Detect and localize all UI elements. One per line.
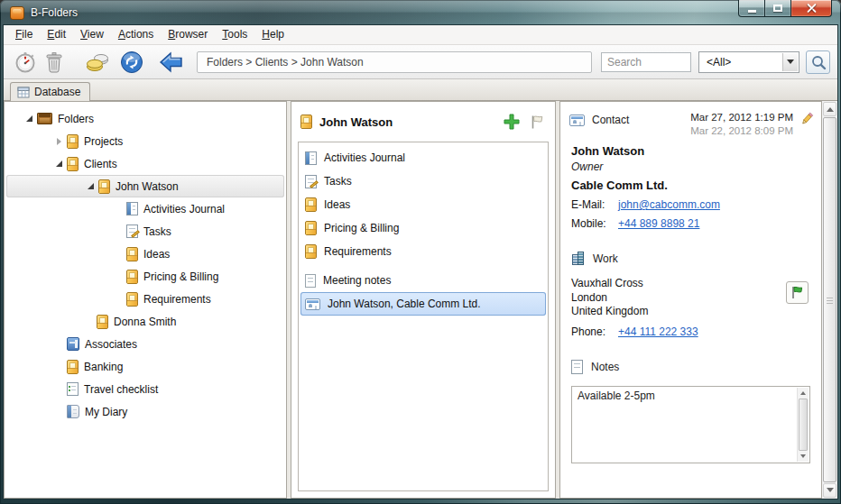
- tree-item-requirements[interactable]: Requirements: [5, 288, 286, 310]
- scroll-up-button[interactable]: [823, 102, 836, 116]
- tree-item-tasks[interactable]: Tasks: [5, 220, 286, 243]
- record-type-label: Contact: [592, 114, 629, 126]
- green-flag-icon: [790, 285, 805, 300]
- delete-button[interactable]: [40, 48, 69, 77]
- notes-scrollbar[interactable]: [797, 388, 809, 462]
- checklist-icon: [67, 382, 79, 396]
- scroll-up-button[interactable]: [798, 388, 809, 398]
- phone-link[interactable]: +44 111 222 333: [618, 325, 698, 338]
- list-item-label: Tasks: [324, 175, 352, 188]
- menu-help[interactable]: Help: [254, 26, 291, 43]
- scroll-down-button[interactable]: [823, 483, 836, 498]
- menu-tools[interactable]: Tools: [215, 26, 254, 43]
- tree-item-my-diary[interactable]: My Diary: [5, 400, 286, 423]
- contacts-book-icon: [67, 337, 79, 351]
- contact-name: John Watson: [571, 144, 810, 158]
- expand-open-icon[interactable]: [84, 180, 97, 193]
- list-item-meeting-notes[interactable]: Meeting notes: [299, 269, 548, 292]
- mobile-label: Mobile:: [571, 217, 618, 230]
- flag-button[interactable]: [529, 114, 546, 131]
- list-item-pricing-billing[interactable]: Pricing & Billing: [299, 216, 548, 240]
- scrollbar-thumb[interactable]: [799, 399, 808, 451]
- tree-item-pricing-billing[interactable]: Pricing & Billing: [5, 265, 286, 288]
- contact-card-icon: [305, 298, 320, 310]
- tree-item-projects[interactable]: Projects: [5, 130, 286, 152]
- tree-item-clients[interactable]: Clients: [5, 152, 286, 175]
- dropdown-button[interactable]: [782, 53, 798, 71]
- mobile-link[interactable]: +44 889 8898 21: [618, 217, 699, 230]
- license-button[interactable]: [83, 48, 112, 77]
- tree-item-travel-checklist[interactable]: Travel checklist: [5, 378, 286, 400]
- tree-item-donna-smith[interactable]: Donna Smith: [5, 310, 286, 333]
- tree-item-label: Requirements: [143, 293, 211, 306]
- scroll-down-button[interactable]: [798, 452, 809, 462]
- menu-browser[interactable]: Browser: [161, 26, 215, 43]
- tree-spacer: [52, 361, 65, 373]
- menu-actions[interactable]: Actions: [111, 26, 161, 43]
- timer-icon: [14, 50, 37, 74]
- timer-lock-button[interactable]: [11, 48, 40, 77]
- address-line: United Kingdom: [571, 305, 810, 319]
- contact-company: Cable Comm Ltd.: [571, 179, 810, 192]
- tree-item-banking[interactable]: Banking: [5, 355, 286, 378]
- search-button[interactable]: [806, 50, 830, 74]
- menu-view[interactable]: View: [73, 26, 111, 43]
- phone-row: Phone: +44 111 222 333: [571, 325, 810, 338]
- tasks-icon: [126, 225, 138, 238]
- list-item-tasks[interactable]: Tasks: [299, 170, 548, 193]
- map-flag-button[interactable]: [786, 281, 809, 304]
- edit-button[interactable]: [799, 111, 814, 131]
- folder-icon: [305, 221, 317, 235]
- tree-spacer: [112, 225, 125, 238]
- list-item-ideas[interactable]: Ideas: [299, 193, 548, 216]
- list-item-requirements[interactable]: Requirements: [299, 240, 548, 263]
- email-link[interactable]: john@cabcomm.com: [618, 198, 720, 211]
- tab-database[interactable]: Database: [10, 82, 90, 101]
- minimize-button[interactable]: [738, 0, 765, 17]
- filter-value: <All>: [707, 56, 731, 69]
- maximize-button[interactable]: [765, 0, 790, 17]
- close-button[interactable]: [790, 0, 832, 17]
- scrollbar-thumb[interactable]: [823, 117, 836, 482]
- search-input[interactable]: [601, 52, 691, 72]
- tree-item-label: Associates: [85, 338, 137, 351]
- tree-item-john-watson[interactable]: John Watson: [6, 175, 284, 197]
- contact-role: Owner: [571, 160, 810, 173]
- filter-dropdown[interactable]: <All>: [698, 51, 799, 73]
- tree-item-ideas[interactable]: Ideas: [5, 243, 286, 265]
- tree-item-folders[interactable]: Folders: [5, 107, 286, 130]
- folder-icon: [97, 315, 108, 329]
- title-bar[interactable]: B-Folders: [0, 0, 841, 25]
- content-scrollbar[interactable]: [822, 101, 837, 499]
- arrow-down-icon: [827, 488, 834, 496]
- journal-icon: [126, 202, 138, 215]
- items-panel-header: John Watson: [291, 102, 555, 142]
- work-section-label: Work: [593, 252, 618, 265]
- flag-icon: [529, 114, 546, 131]
- expand-closed-icon[interactable]: [52, 135, 65, 148]
- tree-item-activities-journal[interactable]: Activities Journal: [5, 197, 286, 220]
- tree-item-label: Projects: [84, 135, 123, 148]
- add-item-button[interactable]: [503, 113, 521, 131]
- menu-file[interactable]: File: [8, 26, 40, 43]
- expand-open-icon[interactable]: [23, 113, 35, 125]
- tab-database-label: Database: [34, 86, 80, 98]
- tree-item-label: John Watson: [116, 180, 179, 193]
- expand-open-icon[interactable]: [52, 158, 65, 170]
- list-item-contact-john-watson[interactable]: John Watson, Cable Comm Ltd.: [300, 292, 546, 316]
- breadcrumb[interactable]: Folders > Clients > John Watson: [197, 51, 592, 73]
- tree-item-label: Folders: [58, 113, 94, 125]
- sync-button[interactable]: [117, 48, 146, 77]
- tree-spacer: [112, 270, 125, 283]
- tree-item-label: Donna Smith: [114, 316, 176, 328]
- notes-field[interactable]: Available 2-5pm: [571, 386, 810, 463]
- tree-item-associates[interactable]: Associates: [5, 333, 286, 355]
- list-item-activities-journal[interactable]: Activities Journal: [299, 146, 548, 170]
- tree-spacer: [52, 338, 65, 351]
- chevron-down-icon: [787, 60, 794, 68]
- created-date: Mar 22, 2012 8:09 PM: [690, 124, 793, 138]
- notes-section-header: Notes: [571, 360, 810, 374]
- back-button[interactable]: [157, 48, 186, 77]
- list-item-label: Activities Journal: [324, 151, 405, 164]
- menu-edit[interactable]: Edit: [40, 26, 73, 43]
